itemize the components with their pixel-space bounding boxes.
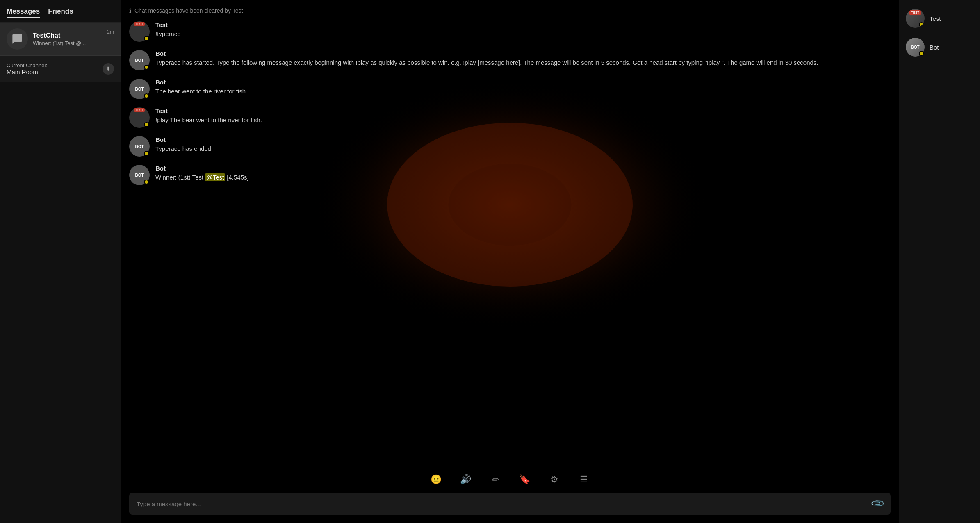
current-channel: Current Channel: Main Room ⬇ — [0, 56, 121, 82]
message-text: Typerace has ended. — [155, 144, 891, 154]
channel-label: Current Channel: — [7, 62, 47, 68]
messages-container: ℹ Chat messages have been cleared by Tes… — [121, 0, 899, 466]
member-name-bot: Bot — [930, 44, 939, 51]
test-badge: TEST — [134, 22, 145, 26]
system-message-text: Chat messages have been cleared by Test — [134, 7, 243, 14]
avatar: TEST — [129, 21, 150, 42]
message-item: BOT Bot The bear went to the river for f… — [129, 75, 891, 103]
message-author: Test — [155, 21, 891, 28]
channel-name: Main Room — [7, 68, 47, 75]
message-author: Bot — [155, 79, 891, 86]
input-area: 📎 — [121, 493, 899, 523]
message-input[interactable] — [137, 500, 868, 507]
attach-button[interactable]: 📎 — [870, 496, 885, 511]
right-panel: TEST Test BOT Bot — [899, 0, 980, 523]
message-item: BOT Bot Winner: (1st) Test @Test [4.545s… — [129, 161, 891, 189]
chat-time: 2m — [107, 29, 114, 35]
member-name-test: Test — [930, 15, 941, 22]
channel-dropdown-button[interactable]: ⬇ — [103, 63, 114, 75]
message-input-wrapper: 📎 — [129, 493, 891, 515]
message-text: Winner: (1st) Test @Test [4.545s] — [155, 173, 891, 182]
member-avatar-test: TEST — [906, 9, 925, 28]
message-item: TEST Test !typerace — [129, 17, 891, 46]
info-icon: ℹ — [129, 7, 131, 14]
status-dot — [144, 180, 149, 184]
main-chat-area: ℹ Chat messages have been cleared by Tes… — [121, 0, 899, 523]
member-avatar-bot: BOT — [906, 38, 925, 57]
message-content: Bot Typerace has ended. — [155, 136, 891, 154]
message-content: Bot The bear went to the river for fish. — [155, 79, 891, 96]
avatar: BOT — [129, 165, 150, 185]
status-dot — [144, 151, 149, 156]
emoji-button[interactable]: 😐 — [429, 472, 444, 487]
chat-preview: Winner: (1st) Test @... — [33, 40, 102, 46]
nav-tabs: Messages Friends — [0, 0, 121, 23]
member-item-test[interactable]: TEST Test — [899, 4, 980, 33]
avatar: BOT — [129, 79, 150, 99]
status-dot — [144, 65, 149, 70]
message-text: !typerace — [155, 30, 891, 39]
channel-info: Current Channel: Main Room — [7, 62, 47, 75]
avatar: BOT — [129, 50, 150, 70]
bookmark-button[interactable]: 🔖 — [517, 472, 532, 487]
message-author: Test — [155, 107, 891, 114]
status-dot — [919, 22, 924, 27]
message-author: Bot — [155, 50, 891, 57]
message-item: BOT Bot Typerace has ended. — [129, 132, 891, 161]
mention-tag[interactable]: @Test — [205, 173, 225, 181]
tab-friends[interactable]: Friends — [48, 7, 73, 18]
sound-button[interactable]: 🔊 — [458, 472, 473, 487]
chat-info: TestChat Winner: (1st) Test @... — [33, 32, 102, 46]
status-dot — [144, 93, 149, 98]
sidebar: Messages Friends TestChat Winner: (1st) … — [0, 0, 121, 523]
message-item: BOT Bot Typerace has started. Type the f… — [129, 46, 891, 75]
toolbar: 😐 🔊 ✏ 🔖 ⚙ ☰ — [121, 466, 899, 493]
settings-button[interactable]: ⚙ — [547, 472, 562, 487]
message-item: TEST Test !play The bear went to the riv… — [129, 103, 891, 132]
member-item-bot[interactable]: BOT Bot — [899, 33, 980, 61]
message-content: Test !typerace — [155, 21, 891, 39]
message-text: The bear went to the river for fish. — [155, 87, 891, 96]
draw-button[interactable]: ✏ — [488, 472, 503, 487]
system-message: ℹ Chat messages have been cleared by Tes… — [129, 4, 891, 17]
status-dot — [144, 122, 149, 127]
message-text: Typerace has started. Type the following… — [155, 58, 891, 68]
menu-button[interactable]: ☰ — [577, 472, 591, 487]
chat-bubble-icon — [11, 33, 23, 45]
chat-list-item[interactable]: TestChat Winner: (1st) Test @... 2m — [0, 23, 121, 56]
message-text: !play The bear went to the river for fis… — [155, 116, 891, 125]
message-content: Bot Typerace has started. Type the follo… — [155, 50, 891, 68]
message-content: Bot Winner: (1st) Test @Test [4.545s] — [155, 165, 891, 182]
chat-icon — [7, 28, 28, 50]
test-badge-right: TEST — [909, 10, 921, 15]
message-content: Test !play The bear went to the river fo… — [155, 107, 891, 125]
status-dot — [919, 51, 924, 56]
message-author: Bot — [155, 136, 891, 143]
avatar: BOT — [129, 136, 150, 157]
message-author: Bot — [155, 165, 891, 172]
test-badge: TEST — [134, 108, 145, 112]
avatar: TEST — [129, 107, 150, 128]
tab-messages[interactable]: Messages — [7, 7, 40, 18]
chat-name: TestChat — [33, 32, 102, 39]
status-dot — [144, 36, 149, 41]
